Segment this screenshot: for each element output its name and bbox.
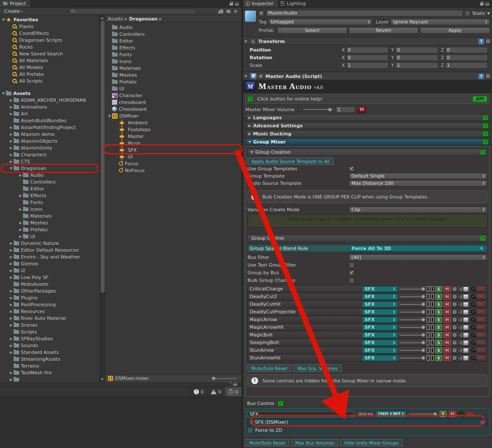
scale-y-field[interactable]: 1 [395, 62, 438, 69]
group-mute-button[interactable]: M [444, 347, 451, 353]
find-group-icon[interactable] [470, 309, 476, 315]
group-settings-gear-icon[interactable]: ⚙ [452, 340, 457, 346]
group-solo-button[interactable]: S [435, 309, 442, 315]
help-question-button[interactable]: ? [278, 401, 283, 406]
preview-speaker-icon[interactable]: ◁) [458, 310, 461, 314]
tree-item-resources[interactable]: ▶Resources [0, 308, 99, 315]
group-mute-button[interactable]: M [444, 340, 451, 346]
tree-favorite-item[interactable]: CoordEffects [0, 30, 99, 37]
max-bus-volumes-button[interactable]: Max Bus Volumes [291, 439, 338, 446]
group-solo-button[interactable]: S [435, 340, 442, 346]
api-button[interactable]: API [472, 96, 487, 102]
tree-item-partial[interactable]: ▶ [0, 376, 99, 382]
static-checkbox[interactable] [465, 11, 470, 16]
tree-item-adam-archer-horseman[interactable]: ▶ADAM_ARCHER_HORSEMAN [0, 97, 99, 103]
tree-subitem-materials[interactable]: Materials [0, 213, 99, 219]
warning-count-toggle[interactable]: ! 0 [207, 387, 224, 396]
bus-volume-slider[interactable] [409, 414, 437, 414]
rotation-x-field[interactable]: 0 [346, 55, 389, 61]
foldout-icon[interactable]: ▼ [245, 40, 249, 43]
section-group-mixer[interactable]: ▼ Group Mixer ? [245, 138, 489, 145]
tree-favorite-item[interactable]: All Materials [0, 57, 99, 64]
stop-preview-icon[interactable] [463, 317, 469, 322]
help-question-button[interactable]: ? [483, 131, 488, 137]
group-settings-gear-icon[interactable]: ⚙ [452, 309, 457, 315]
group-solo-button[interactable]: S [435, 317, 442, 323]
group-delete-button[interactable]: DEL [478, 341, 485, 345]
gameobject-name-field[interactable]: MasterAudio [266, 10, 463, 17]
browser-folder-materials[interactable]: Materials [105, 65, 242, 72]
tree-favorite-item[interactable]: Dragonsan Scripts [0, 37, 99, 43]
browser-folder-effects[interactable]: Effects [105, 44, 242, 51]
thumbnail-size-slider[interactable] [212, 378, 236, 379]
group-bus-dropdown[interactable]: SFX [362, 325, 398, 330]
active-checkbox[interactable] [259, 11, 264, 16]
search-input[interactable] [69, 9, 196, 14]
group-bus-dropdown[interactable]: SFX [362, 355, 398, 361]
component-enabled-checkbox[interactable] [258, 74, 264, 79]
group-volume-slider[interactable] [400, 312, 425, 313]
favorites-filter-icon[interactable]: ★ [233, 9, 238, 14]
tree-subitem-editor[interactable]: Editor [0, 185, 99, 192]
scroll-down-icon[interactable]: ▼ [100, 378, 105, 381]
find-group-icon[interactable] [470, 302, 476, 307]
help-question-button[interactable]: ? [483, 123, 488, 129]
group-delete-button[interactable]: DEL [478, 302, 485, 306]
browser-mixer-group-footsteps[interactable]: Footsteps [105, 126, 242, 133]
group-delete-button[interactable]: DEL [478, 295, 485, 299]
mute-solo-reset-button[interactable]: Mute/Solo Reset [247, 365, 291, 372]
label-filter-icon[interactable] [226, 10, 230, 13]
group-volume-slider[interactable] [400, 296, 425, 297]
bus-mute-button[interactable]: M [449, 411, 456, 417]
tree-favorite-item[interactable]: All Models [0, 64, 99, 71]
bus-mixer-group-field[interactable]: SFX (DSMixer) ⊙ [247, 419, 487, 426]
group-delete-button[interactable]: DEL [478, 356, 485, 360]
tree-item-gizmos[interactable]: ▶Gizmos [0, 260, 99, 267]
group-settings-gear-icon[interactable]: ⚙ [452, 355, 457, 361]
tree-item-plugins[interactable]: ▶Plugins [0, 294, 99, 301]
stop-preview-icon[interactable] [463, 340, 469, 345]
browser-folder-prefabs[interactable]: Prefabs [105, 78, 242, 85]
panel-menu-icon[interactable] [235, 3, 239, 6]
help-icon[interactable]: ? [478, 39, 484, 44]
tree-favorite-item[interactable]: All Scripts [0, 78, 99, 84]
browser-asset-chessboard[interactable]: chessboard [105, 99, 242, 106]
slider-knob[interactable] [421, 356, 425, 360]
tree-item-enviro-sky-and-weather[interactable]: ▶Enviro - Sky and Weather [0, 253, 99, 260]
prefab-apply-button[interactable]: Apply [420, 27, 490, 34]
slider-knob[interactable] [421, 287, 425, 291]
browser-folder-meshes[interactable]: Meshes [105, 72, 242, 78]
panel-menu-icon[interactable] [485, 3, 489, 6]
tree-item-otherpackages[interactable]: ▶OtherPackages [0, 287, 99, 294]
find-group-icon[interactable] [470, 286, 476, 292]
foldout-icon[interactable]: ▼ [245, 75, 249, 78]
tree-item-streamingassets[interactable]: StreamingAssets [0, 356, 99, 362]
group-delete-button[interactable]: DEL [478, 287, 485, 291]
master-audio-header[interactable]: ▼ # Master Audio (Script) ? ⚙ [243, 73, 492, 80]
scroll-up-icon[interactable]: ▲ [100, 16, 105, 20]
tree-subitem-controllers[interactable]: Controllers [0, 178, 99, 185]
find-group-icon[interactable] [470, 340, 476, 345]
group-volume-slider[interactable] [400, 327, 425, 328]
find-group-icon[interactable] [470, 355, 476, 361]
tree-item-assetsbuildbundles[interactable]: AssetsBuildBundles [0, 117, 99, 124]
mixer-volume-field[interactable]: 1 [336, 106, 355, 113]
tree-item-atavism-demo[interactable]: ▶Atavism demo [0, 131, 99, 138]
stop-preview-icon[interactable] [463, 325, 469, 330]
variation-create-mode-dropdown[interactable]: Clip [349, 207, 487, 213]
checkbox[interactable] [349, 270, 354, 276]
tab-inspector[interactable]: i Inspector [243, 0, 278, 7]
group-solo-button[interactable]: S [435, 355, 442, 361]
tree-favorite-item[interactable]: Rocks [0, 43, 99, 50]
find-group-icon[interactable] [470, 347, 476, 353]
group-mute-button[interactable]: M [444, 332, 451, 338]
tag-dropdown[interactable]: Untagged [268, 19, 372, 25]
preview-speaker-icon[interactable]: ◁) [458, 287, 461, 291]
checkbox[interactable] [349, 262, 354, 268]
group-solo-button[interactable]: S [435, 302, 442, 307]
tree-item-i2[interactable]: ▶I2 [0, 267, 99, 274]
group-solo-button[interactable]: S [435, 332, 442, 338]
tree-item-sounds[interactable]: ▶Sounds [0, 342, 99, 349]
group-mute-button[interactable]: M [444, 286, 451, 292]
group-delete-button[interactable]: DEL [478, 310, 485, 314]
